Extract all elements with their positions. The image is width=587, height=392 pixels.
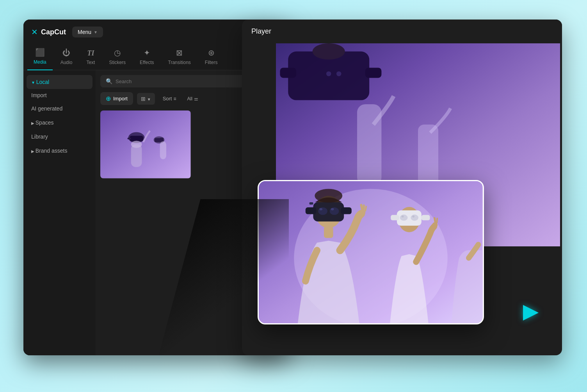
svg-point-29 <box>331 208 334 210</box>
sidebar-item-ai-generated[interactable]: AI generated <box>23 102 96 116</box>
left-sidebar: Local Import AI generated Spaces Library… <box>23 70 96 355</box>
svg-point-14 <box>326 71 331 76</box>
sidebar-import-label: Import <box>31 92 47 98</box>
svg-point-16 <box>313 43 345 60</box>
sidebar-item-local[interactable]: Local <box>27 75 92 89</box>
text-tab-icon: TI <box>87 49 94 57</box>
grid-view-icon: ⊞ <box>141 96 146 102</box>
svg-rect-31 <box>324 226 333 238</box>
media-tab-label: Media <box>34 59 46 65</box>
svg-point-30 <box>315 189 342 203</box>
transitions-tab-icon: ⊠ <box>176 48 183 57</box>
text-tab-label: Text <box>86 60 95 65</box>
svg-rect-38 <box>391 215 399 221</box>
import-label: Import <box>113 96 128 102</box>
player-panel: Player <box>242 20 562 355</box>
capcut-logo-icon: ✕ <box>31 27 38 37</box>
player-main-card <box>258 180 484 324</box>
tab-effects[interactable]: ✦ Effects <box>133 45 160 70</box>
stickers-tab-icon: ◷ <box>114 48 121 57</box>
effects-tab-icon: ✦ <box>144 48 150 57</box>
all-label: All <box>187 96 192 102</box>
tab-media[interactable]: ⬛ Media <box>27 45 53 70</box>
svg-rect-24 <box>341 207 352 214</box>
svg-rect-0 <box>100 110 191 178</box>
logo-text: CapCut <box>41 28 66 36</box>
tab-audio[interactable]: ⏻ Audio <box>54 45 79 70</box>
menu-dropdown-arrow: ▼ <box>94 30 98 34</box>
menu-label: Menu <box>78 29 91 35</box>
filters-tab-label: Filters <box>205 60 218 65</box>
tab-filters[interactable]: ⊛ Filters <box>199 45 224 70</box>
svg-line-33 <box>361 205 362 210</box>
svg-rect-39 <box>422 215 430 221</box>
search-icon: 🔍 <box>106 78 112 84</box>
svg-rect-12 <box>280 68 296 78</box>
player-header: Player <box>242 20 562 43</box>
sidebar-item-spaces[interactable]: Spaces <box>23 116 96 130</box>
sidebar-item-import[interactable]: Import <box>23 89 96 102</box>
svg-line-35 <box>365 207 366 211</box>
filters-tab-icon: ⊛ <box>208 48 215 57</box>
stickers-tab-label: Stickers <box>109 60 126 65</box>
menu-button[interactable]: Menu ▼ <box>72 27 103 37</box>
sidebar-library-label: Library <box>31 134 48 140</box>
audio-tab-label: Audio <box>60 60 73 65</box>
player-title: Player <box>251 27 271 36</box>
sidebar-spaces-label: Spaces <box>36 119 54 126</box>
svg-rect-25 <box>310 202 313 205</box>
svg-point-26 <box>318 207 327 215</box>
svg-point-40 <box>400 215 408 221</box>
svg-line-45 <box>434 218 435 222</box>
tab-stickers[interactable]: ◷ Stickers <box>103 45 132 70</box>
svg-rect-3 <box>127 137 131 139</box>
svg-point-28 <box>319 208 322 210</box>
svg-rect-13 <box>365 68 382 78</box>
sidebar-ai-label: AI generated <box>31 105 62 112</box>
view-toggle-button[interactable]: ⊞ ▼ <box>137 93 155 105</box>
sidebar-brand-assets-label: Brand assets <box>36 148 68 154</box>
logo-container: ✕ CapCut <box>31 27 66 37</box>
chevron-down-icon: ▼ <box>147 97 151 102</box>
svg-point-41 <box>411 215 418 221</box>
sidebar-item-brand-assets[interactable]: Brand assets <box>23 144 96 158</box>
media-tab-icon: ⬛ <box>35 48 45 57</box>
svg-point-15 <box>336 71 341 76</box>
svg-point-27 <box>330 207 339 215</box>
svg-rect-6 <box>131 144 142 167</box>
svg-rect-22 <box>313 202 344 221</box>
player-content <box>242 43 562 355</box>
tab-text[interactable]: TI Text <box>80 46 101 70</box>
svg-line-46 <box>437 218 437 223</box>
sort-icon: ≡ <box>173 96 176 102</box>
svg-rect-9 <box>160 141 166 159</box>
sort-button[interactable]: Sort ≡ <box>159 93 180 104</box>
transitions-tab-label: Transitions <box>168 60 191 65</box>
cursor-arrow <box>523 305 539 321</box>
svg-point-43 <box>412 216 414 217</box>
filter-all-button[interactable]: All ⚌ <box>184 93 201 104</box>
audio-tab-icon: ⏻ <box>62 48 70 57</box>
sidebar-local-label: Local <box>36 79 49 85</box>
import-button[interactable]: ⊕ Import <box>100 92 133 105</box>
svg-rect-2 <box>130 136 143 141</box>
tab-transitions[interactable]: ⊠ Transitions <box>162 45 197 70</box>
media-thumbnail-1[interactable] <box>100 110 191 178</box>
sort-label: Sort <box>163 96 172 102</box>
import-plus-icon: ⊕ <box>106 95 111 102</box>
filter-icon: ⚌ <box>194 96 198 102</box>
effects-tab-label: Effects <box>140 60 154 65</box>
sidebar-item-library[interactable]: Library <box>23 130 96 144</box>
svg-rect-23 <box>306 207 317 214</box>
svg-point-42 <box>402 216 404 217</box>
